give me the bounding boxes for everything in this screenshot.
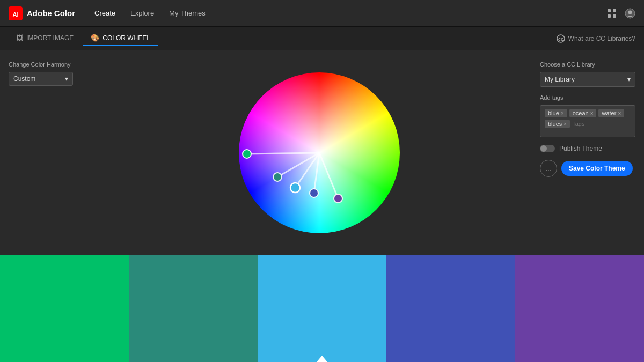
- chevron-down-icon: ▾: [65, 75, 68, 83]
- top-nav: Ai Adobe Color Create Explore My Themes: [0, 0, 644, 27]
- import-image-icon: 🖼: [16, 34, 23, 42]
- tag-blues: blues ×: [545, 120, 570, 128]
- svg-rect-6: [613, 14, 616, 18]
- swatch-1[interactable]: [129, 255, 258, 362]
- swatch-3[interactable]: [386, 255, 515, 362]
- svg-rect-3: [608, 9, 611, 12]
- active-swatch-indicator: [317, 356, 327, 362]
- color-wheel-wrapper[interactable]: [239, 72, 400, 233]
- svg-rect-4: [613, 9, 616, 12]
- tag-ocean-remove[interactable]: ×: [590, 110, 594, 116]
- app-logo[interactable]: Ai Adobe Color: [9, 6, 75, 20]
- left-panel: Change Color Harmony Custom ▾: [0, 50, 107, 255]
- publish-toggle[interactable]: [540, 145, 555, 152]
- publish-label: Publish Theme: [559, 145, 602, 152]
- swatch-0[interactable]: [0, 255, 129, 362]
- swatch-2[interactable]: [258, 255, 386, 362]
- user-icon[interactable]: [625, 8, 635, 19]
- cc-libraries-icon: cc: [557, 34, 565, 43]
- save-color-theme-button[interactable]: Save Color Theme: [561, 161, 633, 176]
- toggle-thumb: [540, 145, 547, 152]
- harmony-select[interactable]: Custom ▾: [9, 72, 73, 86]
- tag-blue: blue ×: [545, 109, 567, 117]
- nav-link-my-themes[interactable]: My Themes: [163, 6, 212, 20]
- main-content: Change Color Harmony Custom ▾: [0, 50, 644, 255]
- tag-water-remove[interactable]: ×: [618, 110, 621, 116]
- nav-links: Create Explore My Themes: [88, 6, 606, 20]
- svg-point-8: [628, 10, 632, 14]
- tags-label: Add tags: [540, 94, 635, 101]
- right-panel: Choose a CC Library My Library ▾ Add tag…: [531, 50, 644, 255]
- cc-libraries-link[interactable]: cc What are CC Libraries?: [557, 34, 635, 43]
- tags-container[interactable]: blue × ocean × water × blues ×: [540, 105, 635, 137]
- nav-link-explore[interactable]: Explore: [124, 6, 160, 20]
- tag-ocean: ocean ×: [569, 109, 597, 117]
- tag-blue-remove[interactable]: ×: [561, 110, 564, 116]
- nav-link-create[interactable]: Create: [88, 6, 122, 20]
- tags-input[interactable]: [572, 120, 599, 128]
- tab-color-wheel[interactable]: 🎨 COLOR WHEEL: [83, 31, 158, 46]
- library-select[interactable]: My Library ▾: [540, 72, 635, 87]
- swatch-4[interactable]: [515, 255, 644, 362]
- app-title: Adobe Color: [27, 9, 75, 18]
- nav-right: [606, 8, 635, 19]
- swatches-bar: [0, 255, 644, 362]
- more-options-button[interactable]: ...: [540, 160, 557, 177]
- svg-text:Ai: Ai: [13, 11, 19, 18]
- harmony-label: Change Color Harmony: [9, 61, 99, 68]
- center-panel: [107, 50, 531, 255]
- grid-icon[interactable]: [606, 8, 617, 19]
- tabs-bar: 🖼 IMPORT IMAGE 🎨 COLOR WHEEL cc What are…: [0, 27, 644, 50]
- chevron-down-icon: ▾: [627, 76, 631, 83]
- svg-rect-5: [608, 14, 611, 18]
- action-row: ... Save Color Theme: [540, 160, 635, 177]
- color-wheel[interactable]: [239, 72, 400, 233]
- tag-water: water ×: [598, 109, 624, 117]
- adobe-logo-icon: Ai: [9, 6, 23, 20]
- library-label: Choose a CC Library: [540, 61, 635, 68]
- tag-blues-remove[interactable]: ×: [564, 121, 567, 127]
- tabs-left: 🖼 IMPORT IMAGE 🎨 COLOR WHEEL: [9, 31, 158, 46]
- svg-text:cc: cc: [558, 36, 564, 42]
- publish-row: Publish Theme: [540, 145, 635, 152]
- color-wheel-icon: 🎨: [91, 34, 99, 42]
- tab-import-image[interactable]: 🖼 IMPORT IMAGE: [9, 31, 81, 46]
